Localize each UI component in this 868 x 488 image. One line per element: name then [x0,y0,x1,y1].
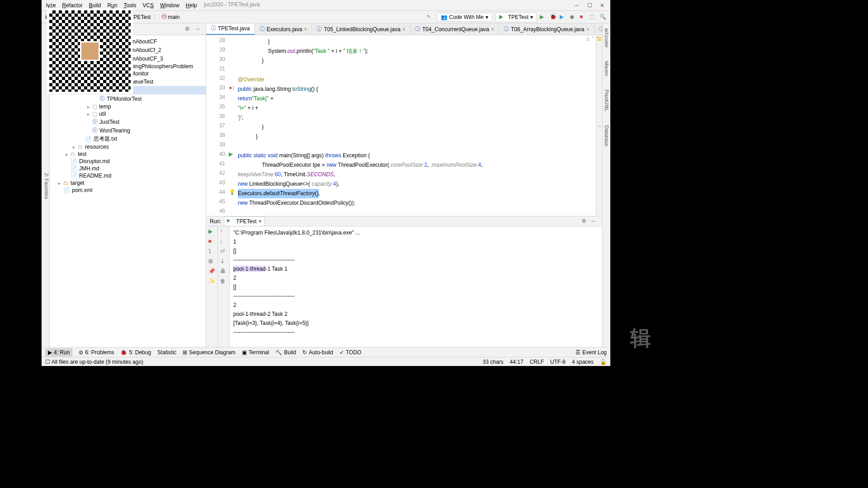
lock-icon[interactable]: 🔓 [600,359,607,365]
editor-tab[interactable]: ⓙTPETest.java [206,23,255,35]
stop-icon[interactable]: ■ [208,238,216,245]
close-button[interactable]: ✕ [599,3,605,8]
editor-tab[interactable]: ⓙT06_ArrayBlockingQueue.java× [499,23,594,35]
menu-vcs[interactable]: VCS [140,1,156,9]
code-editor[interactable]: } System.out.println("Task " + i + " 结束！… [238,35,596,216]
vcs-icon[interactable]: ⬚ [590,14,597,21]
menu-help[interactable]: Help [183,1,200,9]
run-config-label: TPETest [508,14,528,20]
debug-tab[interactable]: 🐞 5: Debug [120,349,151,356]
autobuild-tab[interactable]: ↻ Auto-build [302,349,333,356]
tree-item[interactable]: ▸🗀target [50,179,206,187]
error-stripe[interactable] [596,35,602,216]
up-icon[interactable]: ↑ [220,228,227,235]
editor-tabs: ⓙTPETest.javaⓙExecutors.java×ⓙT05_Linked… [206,23,602,35]
print-icon[interactable]: 🖶 [220,268,227,275]
editor-tab[interactable]: ⓙT07_01_PriorityQueue.ja× [594,23,602,35]
event-log[interactable]: ☰ Event Log [576,349,607,356]
run-tab[interactable]: ▶ TPETest × [224,216,264,226]
debug-icon[interactable]: 🐞 [550,14,557,21]
build-tab[interactable]: 🔨 Build [275,349,296,356]
encoding[interactable]: UTF-8 [550,359,566,365]
code-with-me-button[interactable]: 👥 Code With Me ▾ [437,13,492,22]
statistic-tab[interactable]: Statistic [157,349,176,356]
sequence-tab[interactable]: ⊞ Sequence Diagram [183,349,236,356]
close-tab-icon[interactable]: × [259,218,262,225]
tree-item[interactable]: ▸🗀test [50,150,206,158]
console-output[interactable]: "C:\Program Files\Java\jdk1.8.0_231\bin\… [230,226,602,347]
wrap-icon[interactable]: ⏎ [220,248,227,255]
people-icon: 👥 [441,14,448,20]
maven-tab[interactable]: Maven [604,61,609,76]
tree-item[interactable]: 📄pom.xml [50,187,206,194]
run-icon[interactable]: ▶ [540,14,547,21]
hide-icon[interactable]: ─ [196,26,203,33]
pin-icon[interactable]: 📌 [208,268,216,275]
cwm-label: Code With Me [449,14,484,20]
search-icon[interactable]: 🔍 [599,14,607,21]
crumb-2[interactable]: TPETest [130,14,151,20]
chevron-down-icon: ▾ [486,14,488,20]
inspection-widget[interactable]: ⚠ ˄ ˅ [586,36,599,42]
crumb-3[interactable]: main [168,14,179,20]
database-tab[interactable]: Database [604,125,609,146]
stop-icon[interactable]: ■ [580,14,587,21]
bottom-toolbar: ▶ 4: Run ⊘ 6: Problems 🐞 5: Debug Statis… [42,347,610,357]
run-tool-tab[interactable]: ▶ 4: Run [45,348,72,357]
favorites-tab[interactable]: 2: Favorites [44,173,49,199]
qr-code-overlay [47,8,133,94]
terminal-tab[interactable]: ▣ Terminal [242,349,269,356]
tree-item[interactable]: ▸🗀resources [50,143,206,150]
tree-item[interactable]: 📄README.md [50,172,206,179]
line-sep[interactable]: CRLF [530,359,544,365]
editor-tab[interactable]: ⓙExecutors.java× [255,23,312,35]
profile-icon[interactable]: ◉ [570,14,577,21]
editor-tab[interactable]: ⓙT04_ConcurrentQueue.java× [410,23,499,35]
tree-item[interactable]: ⓒJustTest [50,117,206,126]
tree-item[interactable]: ▸▢util [50,110,206,117]
tree-item[interactable]: ▸▢temp [50,103,206,110]
hide-icon[interactable]: ─ [591,218,599,225]
maximize-button[interactable]: ☐ [587,3,592,8]
menu-window[interactable]: Window [157,1,182,9]
aixcoder-tab[interactable]: aiXcoder [604,28,609,47]
selection-info: 33 chars [483,359,504,365]
wand-icon[interactable]: ✨ [208,278,216,285]
right-sidebar: aiXcoder Maven PlantUML Database [602,23,610,347]
run-label: Run: [210,218,221,225]
tree-item[interactable]: 📄JMH.md [50,165,206,172]
status-bar: ☐ All files are up-to-date (9 minutes ag… [42,357,610,366]
scroll-icon[interactable]: ⤓ [220,258,227,265]
coverage-icon[interactable]: ▶ [560,14,567,21]
problems-tab[interactable]: ⊘ 6: Problems [79,349,114,356]
todo-tab[interactable]: ✓ TODO [340,349,361,356]
tree-item[interactable]: 📄思考题.txt [50,135,206,143]
tree-item[interactable]: ⓒTPMonitorTest [50,94,206,103]
app-icon: ▶ [227,218,234,225]
back-icon[interactable]: ↖ [427,14,434,21]
down-icon[interactable]: ↓ [220,238,227,245]
tree-item[interactable]: ⓒWordTearing [50,126,206,135]
tree-item[interactable]: 📄Disruptor.md [50,158,206,165]
run-tool-window: Run: ▶ TPETest × ⚙ ─ ▶ ■ ⤵ ⊞ [206,216,602,347]
rerun-icon[interactable]: ▶ [208,228,216,235]
plantuml-tab[interactable]: PlantUML [604,89,609,111]
watermark: 辑 [630,324,651,352]
caret-pos[interactable]: 44:17 [510,359,524,365]
indent[interactable]: 4 spaces [572,359,594,365]
window-title: juc2020 - TPETest.java [204,1,260,9]
editor-tab[interactable]: ⓙT05_LinkedBlockingQueue.java× [312,23,410,35]
chevron-down-icon: ▾ [530,14,533,20]
gear-icon[interactable]: ⚙ [185,26,192,33]
run-tab-label: TPETest [236,218,256,225]
gear-icon[interactable]: ⚙ [581,218,589,225]
trash-icon[interactable]: 🗑 [220,278,227,285]
layout-icon[interactable]: ⊞ [208,258,216,265]
exit-icon[interactable]: ⤵ [208,248,216,255]
run-config-selector[interactable]: ▶ TPETest ▾ [495,12,537,22]
avatar [80,41,100,61]
status-message: ☐ All files are up-to-date (9 minutes ag… [45,359,143,365]
app-icon: ▶ [499,14,506,21]
minimize-button[interactable]: ─ [574,3,580,8]
